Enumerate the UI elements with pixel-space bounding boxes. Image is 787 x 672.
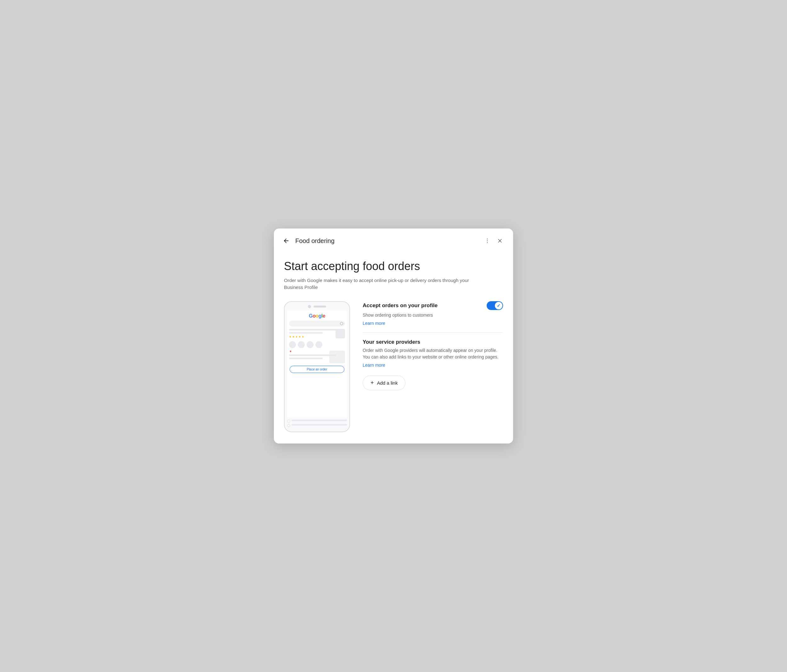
star-1: ★: [289, 335, 291, 338]
service-providers-section: Your service providers Order with Google…: [363, 339, 503, 368]
action-icon-call: [289, 341, 296, 348]
phone-outer: Google ★: [284, 301, 350, 432]
phone-top: [287, 305, 347, 308]
search-icon-mock: [340, 322, 343, 325]
check-icon: ✓: [497, 303, 501, 308]
mock-line-1: [289, 329, 337, 330]
business-icon-mock: [336, 329, 345, 338]
modal-header: Food ordering: [274, 229, 513, 252]
bottom-icon-1: [287, 419, 290, 423]
google-logo: Google: [289, 313, 345, 319]
star-3: ★: [295, 335, 298, 338]
header-actions: [482, 235, 506, 247]
right-content: Accept orders on your profile ✓ Show ord…: [363, 301, 503, 390]
svg-point-1: [487, 240, 488, 242]
svg-point-0: [487, 239, 488, 240]
page-title: Start accepting food orders: [284, 259, 503, 273]
back-button[interactable]: [280, 235, 292, 247]
stars-row: ★ ★ ★ ★ ★: [289, 335, 334, 338]
mock-line-2: [289, 332, 323, 334]
divider: [363, 332, 503, 333]
accept-orders-toggle[interactable]: ✓: [487, 301, 503, 310]
add-link-button[interactable]: + Add a link: [363, 375, 405, 390]
service-providers-header: Your service providers: [363, 339, 503, 345]
map-area-mock: [329, 351, 345, 363]
toggle-track[interactable]: ✓: [487, 301, 503, 310]
bottom-row-2: [287, 424, 347, 427]
phone-bottom: [287, 419, 347, 427]
place-order-button-mock[interactable]: Place an order: [289, 366, 345, 373]
modal-title: Food ordering: [295, 237, 482, 245]
mock-line-4: [289, 357, 323, 359]
accept-orders-title: Accept orders on your profile: [363, 302, 438, 309]
star-5: ★: [302, 335, 304, 338]
add-link-label: Add a link: [377, 380, 398, 386]
phone-speaker: [313, 306, 326, 308]
svg-point-2: [487, 242, 488, 243]
action-icon-directions: [298, 341, 305, 348]
accept-orders-desc: Show ordering options to customers: [363, 312, 503, 319]
star-2: ★: [292, 335, 295, 338]
service-providers-title: Your service providers: [363, 339, 420, 345]
toggle-thumb: ✓: [495, 302, 503, 309]
action-icons-row: [289, 341, 345, 348]
bottom-line-2: [291, 424, 347, 425]
phone-camera: [308, 305, 311, 308]
bottom-icon-2: [287, 424, 290, 427]
food-ordering-modal: Food ordering Start accepting fo: [274, 229, 513, 443]
page-subtitle: Order with Google makes it easy to accep…: [284, 277, 473, 291]
star-4: ★: [299, 335, 301, 338]
google-logo-text: Google: [309, 313, 325, 319]
bottom-row-1: [287, 419, 347, 423]
phone-mockup: Google ★: [284, 301, 350, 432]
search-bar-mock: [289, 321, 345, 326]
action-icon-share: [315, 341, 322, 348]
content-row: Google ★: [284, 301, 503, 432]
phone-screen: Google ★: [287, 311, 347, 418]
close-button[interactable]: [494, 235, 506, 247]
modal-body: Start accepting food orders Order with G…: [274, 252, 513, 443]
bottom-line-1: [291, 419, 347, 421]
accept-orders-learn-more[interactable]: Learn more: [363, 321, 385, 326]
more-options-button[interactable]: [482, 235, 493, 247]
plus-icon: +: [370, 379, 374, 386]
accept-orders-header: Accept orders on your profile ✓: [363, 301, 503, 310]
action-icon-save: [307, 341, 313, 348]
accept-orders-section: Accept orders on your profile ✓ Show ord…: [363, 301, 503, 326]
service-providers-learn-more[interactable]: Learn more: [363, 363, 385, 368]
service-providers-desc: Order with Google providers will automat…: [363, 347, 503, 361]
